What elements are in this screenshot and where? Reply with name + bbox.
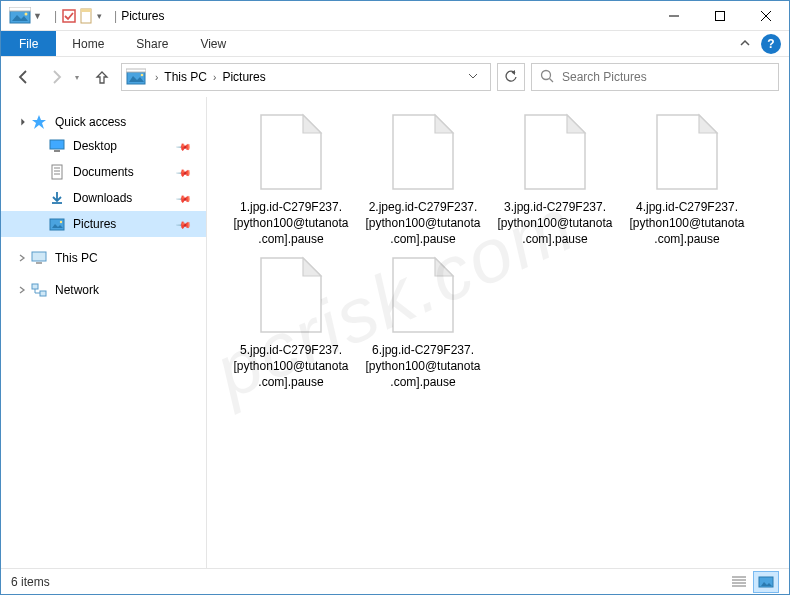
- sidebar-quick-access[interactable]: Quick access: [1, 111, 206, 133]
- sidebar-item-label: Desktop: [73, 139, 117, 153]
- status-bar: 6 items: [1, 568, 789, 594]
- main-content: Quick access Desktop 📌 Documents 📌 Downl…: [1, 97, 789, 568]
- ribbon-tabs: File Home Share View ?: [1, 31, 789, 57]
- file-list-pane[interactable]: 1.jpg.id-C279F237.[python100@tutanota.co…: [207, 97, 789, 568]
- pin-icon: 📌: [176, 190, 192, 206]
- details-view-button[interactable]: [726, 571, 752, 593]
- file-icon: [517, 111, 593, 193]
- address-bar[interactable]: › This PC › Pictures: [121, 63, 491, 91]
- sidebar-item-desktop[interactable]: Desktop 📌: [1, 133, 206, 159]
- network-icon: [31, 282, 49, 298]
- svg-rect-29: [32, 252, 46, 261]
- svg-rect-21: [52, 165, 62, 179]
- tab-share[interactable]: Share: [120, 31, 184, 56]
- svg-rect-6: [81, 9, 91, 12]
- svg-marker-34: [303, 115, 321, 133]
- breadcrumb-pictures[interactable]: Pictures: [219, 70, 268, 84]
- breadcrumb-thispc[interactable]: This PC: [161, 70, 210, 84]
- pin-icon: 📌: [176, 164, 192, 180]
- search-input[interactable]: [562, 70, 770, 84]
- file-name-label: 4.jpg.id-C279F237.[python100@tutanota.co…: [629, 199, 745, 248]
- file-item[interactable]: 6.jpg.id-C279F237.[python100@tutanota.co…: [365, 254, 481, 391]
- app-icon: [9, 7, 31, 25]
- file-tab[interactable]: File: [1, 31, 56, 56]
- breadcrumb-arrow-icon[interactable]: ›: [210, 72, 219, 83]
- chevron-right-icon[interactable]: [15, 283, 29, 297]
- address-dropdown-icon[interactable]: [460, 70, 486, 84]
- sidebar-item-label: Downloads: [73, 191, 132, 205]
- large-icons-view-button[interactable]: [753, 571, 779, 593]
- refresh-button[interactable]: [497, 63, 525, 91]
- maximize-button[interactable]: [697, 1, 743, 31]
- sidebar-this-pc[interactable]: This PC: [1, 247, 206, 269]
- breadcrumb-arrow-icon[interactable]: ›: [152, 72, 161, 83]
- sidebar-item-documents[interactable]: Documents 📌: [1, 159, 206, 185]
- svg-rect-3: [9, 7, 31, 11]
- qat-newfolder-icon[interactable]: [79, 8, 93, 24]
- file-name-label: 6.jpg.id-C279F237.[python100@tutanota.co…: [365, 342, 481, 391]
- qat-dropdown-icon[interactable]: ▾: [97, 11, 102, 21]
- svg-rect-4: [63, 10, 75, 22]
- search-icon: [540, 69, 554, 86]
- file-item[interactable]: 2.jpeg.id-C279F237.[python100@tutanota.c…: [365, 111, 481, 248]
- help-button[interactable]: ?: [761, 34, 781, 54]
- close-button[interactable]: [743, 1, 789, 31]
- ribbon-expand-icon[interactable]: [733, 31, 757, 56]
- location-icon: [126, 68, 146, 86]
- tab-view[interactable]: View: [184, 31, 242, 56]
- file-icon: [253, 254, 329, 336]
- computer-icon: [31, 250, 49, 266]
- svg-rect-26: [50, 219, 64, 230]
- tab-home[interactable]: Home: [56, 31, 120, 56]
- svg-rect-30: [36, 262, 42, 264]
- svg-line-17: [550, 78, 554, 82]
- file-name-label: 2.jpeg.id-C279F237.[python100@tutanota.c…: [365, 199, 481, 248]
- file-name-label: 5.jpg.id-C279F237.[python100@tutanota.co…: [233, 342, 349, 391]
- app-dropdown-icon[interactable]: ▼: [33, 11, 42, 21]
- documents-icon: [49, 164, 67, 180]
- window-title: Pictures: [121, 9, 164, 23]
- pictures-icon: [49, 216, 67, 232]
- star-icon: [31, 114, 49, 130]
- svg-rect-31: [32, 284, 38, 289]
- up-button[interactable]: [89, 64, 115, 90]
- separator: |: [54, 9, 57, 23]
- pin-icon: 📌: [176, 138, 192, 154]
- svg-marker-36: [435, 115, 453, 133]
- svg-rect-19: [50, 140, 64, 149]
- svg-marker-40: [699, 115, 717, 133]
- back-button[interactable]: [11, 64, 37, 90]
- svg-rect-32: [40, 291, 46, 296]
- sidebar-item-label: Network: [55, 283, 99, 297]
- svg-marker-18: [32, 115, 46, 129]
- file-icon: [385, 254, 461, 336]
- sidebar-network[interactable]: Network: [1, 279, 206, 301]
- window-controls: [651, 1, 789, 31]
- file-icon: [253, 111, 329, 193]
- sidebar-item-downloads[interactable]: Downloads 📌: [1, 185, 206, 211]
- downloads-icon: [49, 190, 67, 206]
- svg-rect-8: [716, 11, 725, 20]
- file-item[interactable]: 4.jpg.id-C279F237.[python100@tutanota.co…: [629, 111, 745, 248]
- search-box[interactable]: [531, 63, 779, 91]
- file-icon: [649, 111, 725, 193]
- pin-icon: 📌: [176, 216, 192, 232]
- chevron-right-icon[interactable]: [15, 251, 29, 265]
- file-icon: [385, 111, 461, 193]
- file-name-label: 1.jpg.id-C279F237.[python100@tutanota.co…: [233, 199, 349, 248]
- navigation-bar: ▾ › This PC › Pictures: [1, 57, 789, 97]
- svg-point-16: [542, 70, 551, 79]
- svg-rect-14: [126, 69, 146, 72]
- qat-properties-icon[interactable]: [61, 8, 77, 24]
- separator: |: [114, 9, 117, 23]
- chevron-down-icon[interactable]: [15, 115, 29, 129]
- file-item[interactable]: 3.jpg.id-C279F237.[python100@tutanota.co…: [497, 111, 613, 248]
- minimize-button[interactable]: [651, 1, 697, 31]
- file-item[interactable]: 5.jpg.id-C279F237.[python100@tutanota.co…: [233, 254, 349, 391]
- history-dropdown-icon[interactable]: ▾: [75, 73, 79, 82]
- sidebar-item-pictures[interactable]: Pictures 📌: [1, 211, 206, 237]
- svg-marker-38: [567, 115, 585, 133]
- forward-button[interactable]: [43, 64, 69, 90]
- file-item[interactable]: 1.jpg.id-C279F237.[python100@tutanota.co…: [233, 111, 349, 248]
- sidebar-item-label: Quick access: [55, 115, 126, 129]
